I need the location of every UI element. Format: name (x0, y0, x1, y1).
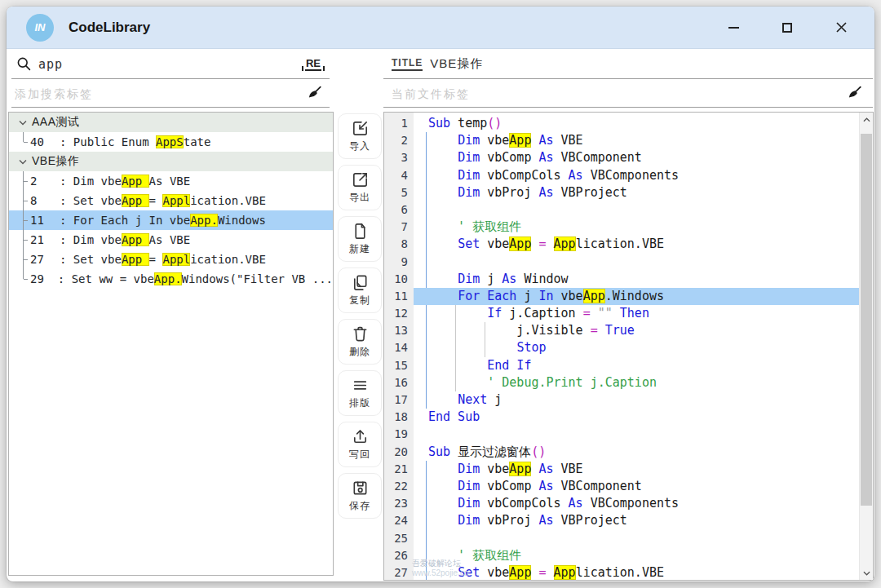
code-line[interactable]: For Each j In vbeApp.Windows (414, 288, 859, 305)
writeback-button[interactable]: 写回 (338, 422, 382, 467)
tree-item-row[interactable]: 11: For Each j In vbeApp.Windows (9, 210, 333, 230)
code-line[interactable]: Dim vbeApp As VBE (414, 461, 859, 478)
code-token: Sub (428, 116, 450, 130)
code-line[interactable]: Sub 显示过滤窗体() (414, 444, 859, 461)
tree-item-row[interactable]: 40: Public Enum AppState (9, 132, 333, 152)
chevron-down-icon (19, 159, 27, 165)
toolbar-button-label: 新建 (349, 242, 370, 256)
code-line[interactable]: j.Visible = True (414, 322, 859, 339)
code-token: Window (516, 272, 568, 286)
code-line[interactable] (414, 426, 859, 443)
code-token: As (569, 496, 583, 511)
code-line[interactable]: Dim vbComp As VBComponent (414, 478, 859, 495)
code-line[interactable]: Next j (414, 391, 859, 409)
format-button[interactable]: 排版 (338, 370, 382, 416)
tree-group-row[interactable]: VBE操作 (9, 152, 333, 171)
document-tag-input[interactable] (392, 87, 846, 100)
code-token: vbe (480, 462, 509, 476)
divider (383, 107, 873, 108)
code-token (428, 306, 487, 321)
document-title[interactable]: VBE操作 (430, 56, 483, 72)
line-number: 14 (384, 339, 414, 356)
copy-button[interactable]: 复制 (338, 267, 382, 313)
code-line[interactable] (414, 530, 859, 547)
tree-item-row[interactable]: 21: Dim vbeApp As VBE (9, 230, 333, 250)
search-match-highlight: App (554, 237, 576, 251)
code-line[interactable]: Dim vbCompCols As VBComponents (414, 495, 859, 512)
import-button[interactable]: 导入 (338, 113, 382, 159)
line-number: 20 (384, 444, 414, 461)
code-token (428, 496, 458, 511)
code-line[interactable] (414, 254, 859, 271)
tree-item-row[interactable]: 27: Set vbeApp = Application.VBE (9, 250, 333, 269)
code-token: vbComp (480, 479, 538, 493)
code-token: If (487, 306, 502, 321)
tree-item-row[interactable]: 2: Dim vbeApp As VBE (9, 171, 333, 191)
code-token: = (538, 565, 546, 580)
code-token: () (531, 444, 546, 459)
toolbar-button-label: 保存 (349, 499, 370, 513)
tree-item-code: : Public Enum AppState (60, 135, 210, 148)
clear-document-tags-button[interactable] (846, 85, 863, 102)
code-line[interactable]: Dim vbCompCols As VBComponents (414, 167, 859, 184)
maximize-button[interactable] (778, 19, 796, 37)
tree-item-code: : Dim vbeApp As VBE (60, 233, 190, 246)
tree-item-code: : Set vbeApp = Application.VBE (60, 194, 266, 207)
code-line[interactable]: If j.Caption = "" Then (414, 305, 859, 322)
code-line[interactable]: Dim j As Window (414, 271, 859, 288)
code-line[interactable]: Sub temp() (414, 115, 859, 132)
line-number: 25 (384, 530, 414, 547)
window-controls (724, 19, 874, 37)
export-button[interactable]: 导出 (338, 165, 382, 210)
new-button[interactable]: 新建 (338, 216, 382, 262)
save-button[interactable]: 保存 (338, 473, 382, 519)
code-lines[interactable]: Sub temp() Dim vbeApp As VBE Dim vbComp … (414, 113, 859, 580)
code-token: As (569, 168, 583, 183)
code-line[interactable]: Stop (414, 339, 859, 356)
code-token: Dim (458, 168, 480, 183)
line-number: 18 (384, 409, 414, 426)
code-line[interactable]: End Sub (414, 409, 859, 426)
search-tag-input[interactable] (15, 87, 306, 100)
code-token (591, 306, 598, 321)
delete-button[interactable]: 删除 (338, 319, 382, 365)
code-token: vbe (480, 565, 509, 580)
code-token (428, 340, 516, 355)
code-token (547, 237, 554, 251)
search-input[interactable] (38, 57, 305, 72)
code-line[interactable]: End If (414, 357, 859, 374)
toolbar: 导入导出新建复制删除排版写回保存 (336, 113, 383, 519)
code-line[interactable]: Set vbeApp = Application.VBE (414, 564, 859, 581)
search-tag-bar (7, 79, 334, 108)
tree-item-row[interactable]: 29: Set ww = vbeApp.Windows("Filter VB .… (9, 269, 333, 289)
close-button[interactable] (832, 19, 850, 37)
tree-group-row[interactable]: AAA测试 (9, 113, 333, 132)
toolbar-button-label: 写回 (349, 448, 370, 462)
code-line[interactable] (414, 201, 859, 219)
regex-toggle-button[interactable]: RE (305, 57, 321, 71)
code-token: j (487, 392, 502, 407)
scroll-down-button[interactable] (860, 566, 873, 580)
tree-item-row[interactable]: 8: Set vbeApp = Application.VBE (9, 191, 333, 210)
code-token: vbComp (480, 150, 538, 165)
code-editor[interactable]: 1234567891011121314151617181920212223242… (383, 112, 874, 581)
tree-item-line-number: 8 (30, 194, 60, 207)
vertical-scrollbar[interactable] (859, 113, 873, 580)
scrollbar-thumb[interactable] (861, 134, 872, 506)
search-match-highlight: Appl (162, 194, 190, 207)
code-line[interactable]: ' 获取组件 (414, 219, 859, 236)
code-line[interactable]: ' 获取组件 (414, 547, 859, 564)
scroll-up-button[interactable] (860, 113, 873, 126)
code-line[interactable]: Dim vbeApp As VBE (414, 132, 859, 149)
titlebar: IN CodeLibrary (7, 7, 874, 49)
code-line[interactable]: Dim vbProj As VBProject (414, 512, 859, 529)
code-line[interactable]: Set vbeApp = Application.VBE (414, 236, 859, 253)
minimize-button[interactable] (724, 19, 742, 37)
code-line[interactable]: ' Debug.Print j.Caption (414, 374, 859, 391)
code-line[interactable]: Dim vbComp As VBComponent (414, 149, 859, 166)
code-token: j.Caption (502, 306, 582, 321)
clear-search-tags-button[interactable] (306, 85, 323, 102)
tree-item-line-number: 27 (30, 253, 60, 266)
title-field-label: TITLE (392, 57, 423, 71)
code-line[interactable]: Dim vbProj As VBProject (414, 184, 859, 201)
